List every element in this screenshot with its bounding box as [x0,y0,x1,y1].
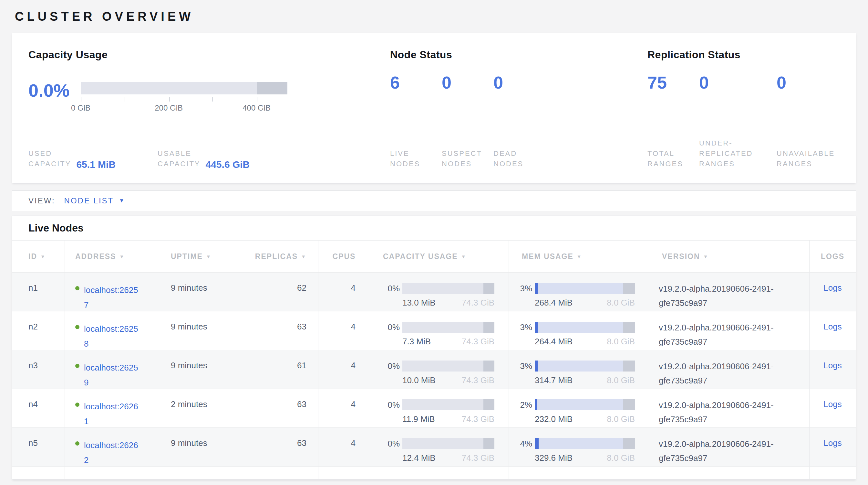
live-nodes-table-body: n1 localhost:26257 9 minutes 62 4 0% 13.… [12,273,856,480]
logs-link[interactable]: Logs [824,399,841,409]
capacity-usage-title: Capacity Usage [28,49,358,61]
under-replicated-ranges-stat: 0 UNDER- REPLICATED RANGES [699,74,777,169]
node-address-link[interactable]: localhost:26262 [84,438,141,467]
node-version-cell: v19.2.0-alpha.20190606-2491-gfe735c9a97 [649,273,810,311]
node-address-cell: localhost:26262 [65,428,157,466]
node-capacity-cell: 0% 10.0 MiB 74.3 GiB [370,350,509,389]
capacity-bar-tick [81,97,82,102]
column-header-logs: LOGS [810,240,856,272]
node-replicas: 63 [297,322,306,332]
chevron-down-icon: ▼ [119,198,124,204]
node-address-link[interactable]: localhost:26258 [84,322,141,351]
node-cpus: 4 [351,361,355,370]
memory-percent: 3% [518,284,532,293]
table-row: n5 localhost:26262 9 minutes 63 4 0% 12.… [12,428,856,466]
sort-icon: ▼ [461,254,467,259]
node-address-link[interactable]: localhost:26259 [84,361,141,390]
node-replicas: 61 [297,361,306,370]
column-header-uptime[interactable]: UPTIME ▼ [157,240,233,272]
node-address-cell: localhost:26257 [65,273,157,311]
table-row: n2 localhost:26258 9 minutes 63 4 0% 7.3… [12,311,856,350]
live-nodes-stat: 6 LIVE NODES [390,74,442,169]
view-label: VIEW: [28,196,55,205]
capacity-usage-section: Capacity Usage 0.0% 0 GiB200 GiB400 GiB … [28,49,358,169]
table-row: n1 localhost:26257 9 minutes 62 4 0% 13.… [12,273,856,311]
column-header-replicas[interactable]: REPLICAS ▼ [233,240,318,272]
capacity-usage-minibar [402,438,494,449]
logs-link[interactable]: Logs [824,438,841,448]
logs-link[interactable]: Logs [824,283,841,293]
node-uptime: 9 minutes [171,322,207,332]
node-logs-cell: Logs [810,273,856,311]
capacity-percent: 0% [379,439,400,449]
mem-usage-minibar [535,438,635,449]
capacity-usage-minibar [402,322,494,333]
column-header-label: MEM USAGE [522,252,574,261]
node-status-title: Node Status [390,49,584,61]
capacity-used: 13.0 MiB [402,298,436,308]
sort-icon: ▼ [119,254,125,259]
capacity-usage-minibar [402,399,494,410]
table-cell-empty [810,466,856,479]
node-cpus-cell: 4 [318,428,370,466]
dead-nodes-count: 0 [493,74,584,91]
node-live-status-icon [75,403,80,407]
suspect-nodes-count: 0 [442,74,493,91]
memory-bar-reserved [623,322,635,333]
table-cell-empty [12,466,65,479]
capacity-bar-reserved [484,399,494,410]
logs-link[interactable]: Logs [824,361,841,370]
column-header-mem-usage[interactable]: MEM USAGE ▼ [509,240,649,272]
total-ranges-count: 75 [647,74,699,91]
live-nodes-table: ID ▼ ADDRESS ▼ UPTIME ▼ REPLICAS ▼ CPUS … [12,240,856,480]
column-header-label: CPUS [333,252,356,261]
page-title: CLUSTER OVERVIEW [0,0,868,24]
node-id: n4 [28,399,38,409]
memory-bar-reserved [623,399,635,410]
column-header-version[interactable]: VERSION ▼ [649,240,810,272]
node-cpus: 4 [351,438,355,448]
node-version: v19.2.0-alpha.20190606-2491-gfe735c9a97 [659,284,774,308]
capacity-bar-reserved [484,283,494,294]
memory-bar-fill [535,322,538,333]
node-id-cell: n4 [12,389,65,427]
logs-link[interactable]: Logs [824,322,841,332]
replication-status-section: Replication Status 75 TOTAL RANGES 0 UND… [647,49,840,169]
suspect-nodes-stat: 0 SUSPECT NODES [442,74,493,169]
column-header-address[interactable]: ADDRESS ▼ [65,240,157,272]
cluster-summary-card: Capacity Usage 0.0% 0 GiB200 GiB400 GiB … [12,33,856,183]
node-uptime-cell: 9 minutes [157,311,233,350]
table-cell-empty [370,466,509,479]
node-capacity-cell: 0% 13.0 MiB 74.3 GiB [370,273,509,311]
node-live-status-icon [75,325,80,329]
unavailable-label: UNAVAILABLE RANGES [777,148,840,169]
live-nodes-count: 6 [390,74,442,91]
total-ranges-stat: 75 TOTAL RANGES [647,74,699,169]
capacity-total: 74.3 GiB [462,337,494,347]
node-replicas: 62 [297,283,306,293]
column-header-id[interactable]: ID ▼ [12,240,65,272]
mem-usage-minibar [535,283,635,294]
capacity-bar-tick [169,97,169,102]
used-capacity-stat: USED CAPACITY 65.1 MiB [28,148,116,169]
usable-capacity-value: 445.6 GiB [206,159,250,170]
memory-bar-reserved [623,361,635,372]
node-address-link[interactable]: localhost:26261 [84,399,141,429]
memory-total: 8.0 GiB [607,298,635,308]
memory-used: 232.0 MiB [535,414,572,424]
view-selector-dropdown[interactable]: NODE LIST ▼ [64,196,125,205]
node-address-link[interactable]: localhost:26257 [84,283,141,312]
node-replicas: 63 [297,438,306,448]
node-cpus-cell: 4 [318,273,370,311]
mem-usage-minibar [535,361,635,372]
column-header-capacity-usage[interactable]: CAPACITY USAGE ▼ [370,240,509,272]
column-header-label: ADDRESS [75,252,116,261]
sort-icon: ▼ [703,254,709,259]
table-cell-empty [318,466,370,479]
memory-bar-fill [535,361,538,372]
node-id: n5 [28,438,38,448]
capacity-bar-tick [213,97,213,102]
memory-total: 8.0 GiB [607,375,635,386]
node-mem-cell: 3% 314.7 MiB 8.0 GiB [509,350,649,389]
node-uptime: 2 minutes [171,399,207,409]
